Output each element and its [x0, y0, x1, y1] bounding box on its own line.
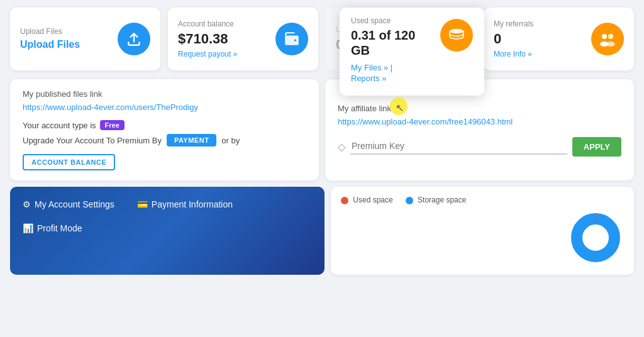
- referrals-label: My referrals: [494, 19, 533, 28]
- profit-icon: 📊: [23, 223, 33, 233]
- affiliate-link[interactable]: https://www.upload-4ever.com/free1496043…: [338, 117, 513, 126]
- published-files-label: My published files link: [23, 89, 306, 99]
- reports-link[interactable]: Reports »: [351, 74, 415, 83]
- key-icon: ◇: [338, 141, 345, 153]
- bottom-section: ⚙ My Account Settings 💳 Payment Informat…: [0, 180, 644, 275]
- bottom-nav-panel: ⚙ My Account Settings 💳 Payment Informat…: [10, 187, 325, 275]
- wallet-icon: [275, 23, 308, 55]
- referrals-more-info-link[interactable]: More Info »: [494, 50, 533, 58]
- account-balance-label: Account balance: [178, 19, 237, 28]
- referrals-value: 0: [494, 31, 533, 47]
- nav-item-payment-info[interactable]: 💳 Payment Information: [137, 196, 243, 213]
- used-space-dropdown: Used space 0.31 of 120GB My Files » | Re…: [340, 8, 484, 96]
- storage-icon: [440, 19, 473, 52]
- nav-account-settings-label: My Account Settings: [35, 199, 114, 209]
- account-type-text: Your account type is: [23, 121, 96, 130]
- payment-icon: 💳: [137, 199, 148, 209]
- apply-button[interactable]: APPLY: [572, 137, 621, 157]
- svg-point-3: [608, 34, 613, 39]
- legend-used-dot: [341, 197, 348, 204]
- upgrade-text: Upgrade Your Account To Premium By: [23, 136, 162, 145]
- dropdown-links: My Files » | Reports »: [351, 63, 415, 83]
- cursor-indicator: ↖: [390, 97, 408, 115]
- dropdown-used-space-label: Used space: [351, 16, 415, 25]
- svg-point-2: [602, 34, 607, 39]
- upload-files-card: Upload Files Upload Files: [10, 8, 160, 70]
- upload-icon[interactable]: [118, 23, 150, 55]
- upload-files-content: Upload Files Upload Files: [20, 27, 80, 50]
- donut-chart: [567, 209, 624, 266]
- dropdown-used-space-value: 0.31 of 120GB: [351, 28, 415, 58]
- svg-point-6: [450, 29, 464, 34]
- bottom-nav-row-2: 📊 Profit Mode: [23, 219, 312, 237]
- referrals-card: My referrals 0 More Info »: [484, 8, 634, 70]
- upload-files-title: Upload Files: [20, 38, 80, 50]
- chart-legend: Used space Storage space: [341, 196, 624, 204]
- referrals-icon: [591, 23, 624, 55]
- cards-row: Upload Files Upload Files Account balanc…: [0, 0, 644, 70]
- chart-panel: Used space Storage space: [331, 187, 634, 275]
- chart-area: [341, 209, 624, 266]
- upgrade-or-text: or by: [221, 136, 240, 145]
- payment-button[interactable]: PAYMENT: [167, 134, 216, 146]
- account-balance-button[interactable]: ACCOUNT BALANCE: [23, 154, 115, 170]
- legend-used-label: Used space: [353, 196, 392, 204]
- request-payout-link[interactable]: Request payout »: [178, 50, 237, 58]
- account-balance-card: Account balance $710.38 Request payout »: [168, 8, 318, 70]
- legend-used-space: Used space: [341, 196, 393, 204]
- premium-key-row: ◇ APPLY: [338, 137, 621, 157]
- svg-rect-0: [285, 36, 299, 45]
- referrals-content: My referrals 0 More Info »: [494, 19, 533, 58]
- affiliate-section: My affiliate link https://www.upload-4ev…: [338, 104, 621, 127]
- middle-section: My published files link https://www.uplo…: [0, 70, 644, 180]
- nav-profit-mode-label: Profit Mode: [37, 223, 82, 233]
- nav-payment-info-label: Payment Information: [152, 199, 233, 209]
- affiliate-label: My affiliate link: [338, 104, 621, 113]
- legend-storage-space: Storage space: [406, 196, 467, 204]
- nav-item-account-settings[interactable]: ⚙ My Account Settings: [23, 196, 125, 213]
- legend-storage-label: Storage space: [418, 196, 466, 204]
- bottom-nav-row-1: ⚙ My Account Settings 💳 Payment Informat…: [23, 196, 312, 213]
- legend-storage-dot: [406, 197, 413, 204]
- middle-left-panel: My published files link https://www.uplo…: [10, 79, 319, 180]
- svg-point-5: [606, 41, 615, 47]
- account-type-row: Your account type is Free: [23, 120, 306, 130]
- nav-item-profit-mode[interactable]: 📊 Profit Mode: [23, 219, 82, 237]
- account-type-badge: Free: [100, 120, 125, 130]
- upgrade-row: Upgrade Your Account To Premium By PAYME…: [23, 134, 306, 146]
- svg-point-1: [294, 40, 296, 41]
- published-files-link[interactable]: https://www.upload-4ever.com/users/ThePr…: [23, 102, 198, 112]
- upload-files-label: Upload Files: [20, 27, 80, 36]
- my-files-link[interactable]: My Files » |: [351, 63, 415, 72]
- cursor-arrow-icon: ↖: [396, 102, 404, 114]
- account-balance-content: Account balance $710.38 Request payout »: [178, 19, 237, 58]
- premium-key-input[interactable]: [350, 138, 567, 155]
- account-balance-value: $710.38: [178, 31, 237, 47]
- settings-icon: ⚙: [23, 199, 31, 209]
